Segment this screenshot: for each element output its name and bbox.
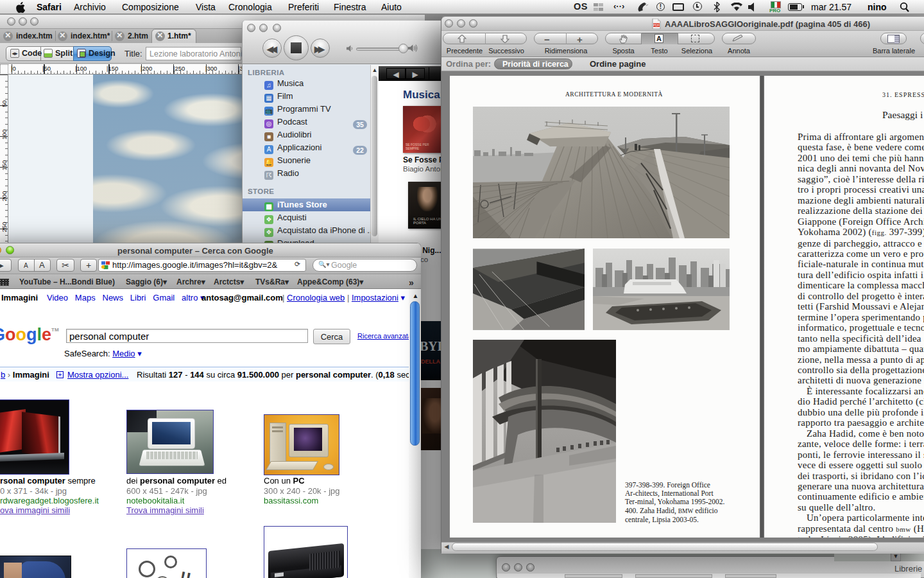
svg-text:PDF: PDF — [653, 23, 660, 27]
